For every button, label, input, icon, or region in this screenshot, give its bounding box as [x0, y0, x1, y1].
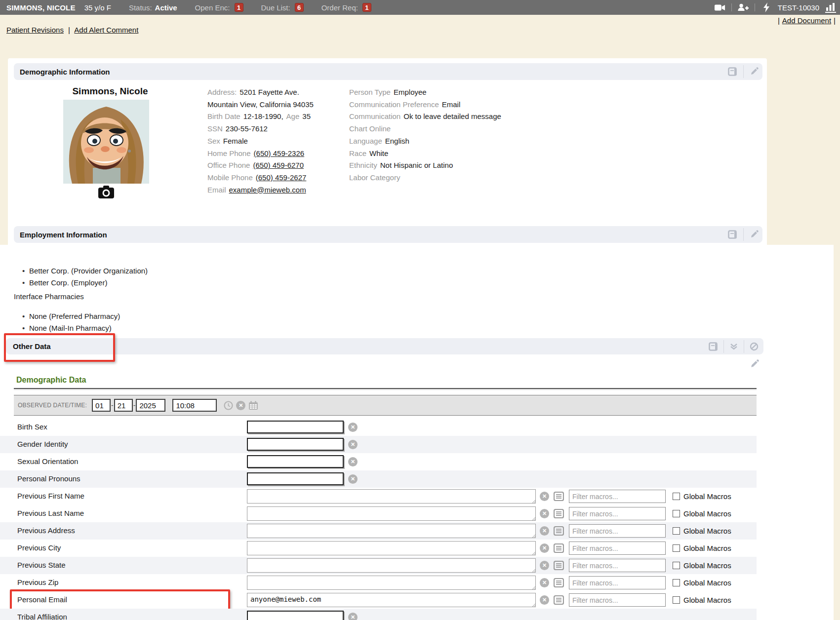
info-label: Ethnicity: [349, 161, 377, 169]
info-label: Mobile Phone: [207, 173, 253, 182]
info-label: Chart Online: [349, 124, 391, 133]
field-textarea[interactable]: [247, 506, 536, 521]
field-textarea[interactable]: [247, 576, 536, 590]
info-row: SSN230-55-7612: [207, 123, 314, 135]
field-input[interactable]: [247, 611, 344, 620]
field-input[interactable]: [247, 472, 344, 485]
journal-icon[interactable]: [727, 66, 738, 77]
field-input[interactable]: [247, 438, 344, 451]
filter-macros-input[interactable]: [569, 507, 666, 520]
clear-field-icon[interactable]: ✕: [348, 457, 358, 466]
observed-time-input[interactable]: [172, 399, 217, 412]
macro-list-icon[interactable]: [553, 526, 564, 537]
demographic-info-section-header: Demographic Information: [14, 63, 762, 80]
clear-field-icon[interactable]: ✕: [348, 474, 358, 484]
patient-header-bar: SIMMONS, NICOLE 35 y/o F Status: Active …: [0, 0, 840, 15]
global-macros-checkbox[interactable]: [673, 544, 680, 552]
counter-badge[interactable]: 1: [362, 3, 371, 12]
add-document-link[interactable]: Add Document: [782, 16, 831, 25]
flowsheet-chart-icon[interactable]: [825, 2, 836, 13]
field-input[interactable]: [247, 455, 344, 468]
macro-list-icon[interactable]: [553, 560, 564, 571]
global-macros-label: Global Macros: [683, 579, 731, 587]
field-input[interactable]: [247, 421, 344, 433]
macro-list-icon[interactable]: [553, 595, 564, 606]
video-call-icon[interactable]: [715, 2, 725, 13]
form-row: Birth Sex ✕: [0, 419, 757, 436]
global-macros-option: Global Macros: [673, 579, 731, 587]
journal-icon[interactable]: [708, 341, 719, 352]
filter-macros-input[interactable]: [569, 576, 666, 589]
form-row: Personal Pronouns ✕: [0, 470, 757, 488]
global-macros-option: Global Macros: [673, 492, 731, 501]
collapse-section-icon[interactable]: [728, 341, 739, 352]
macro-list-icon[interactable]: [553, 578, 564, 588]
field-textarea[interactable]: [247, 541, 536, 555]
form-row: Personal Email anyone@mieweb.com ✕ Globa…: [0, 591, 757, 609]
clock-icon[interactable]: [223, 400, 234, 411]
field-textarea[interactable]: [247, 558, 536, 573]
info-value: (650) 459-2627: [256, 173, 307, 182]
filter-macros-input[interactable]: [569, 490, 666, 503]
calendar-icon[interactable]: [248, 400, 259, 411]
clear-field-icon[interactable]: ✕: [540, 509, 549, 518]
counter-badge[interactable]: 6: [295, 3, 304, 12]
filter-macros-input[interactable]: [569, 524, 666, 538]
upload-photo-camera-icon[interactable]: [98, 186, 114, 198]
observed-month-input[interactable]: [92, 399, 111, 412]
clear-field-icon[interactable]: ✕: [540, 526, 549, 536]
field-label: Personal Pronouns: [17, 474, 80, 483]
filter-macros-input[interactable]: [569, 542, 666, 555]
edit-pencil-icon[interactable]: [749, 229, 760, 240]
status-label: Status:: [129, 3, 152, 12]
filter-macros-input[interactable]: [569, 559, 666, 572]
clear-field-icon[interactable]: ✕: [540, 578, 549, 587]
info-row: CommunicationOk to leave detailed messag…: [349, 111, 501, 123]
journal-icon[interactable]: [727, 229, 738, 240]
global-macros-checkbox[interactable]: [673, 596, 680, 604]
clear-field-icon[interactable]: ✕: [540, 595, 549, 605]
other-data-region: Better Corp. (Provider Organization)Bett…: [0, 245, 840, 620]
divider: [744, 340, 744, 353]
filter-macros-input[interactable]: [569, 593, 666, 607]
edit-pencil-icon[interactable]: [749, 358, 760, 369]
clear-datetime-icon[interactable]: ✕: [236, 401, 245, 410]
clear-field-icon[interactable]: ✕: [348, 440, 358, 449]
add-alert-comment-link[interactable]: Add Alert Comment: [74, 26, 138, 34]
field-textarea[interactable]: [247, 489, 536, 504]
demographic-column-2: Person TypeEmployee Communication Prefer…: [349, 86, 501, 184]
section-title: Other Data: [13, 342, 51, 350]
global-macros-label: Global Macros: [683, 596, 731, 604]
clear-field-icon[interactable]: ✕: [540, 543, 549, 553]
info-label: Birth Date: [207, 112, 240, 120]
form-row: Previous Address ✕ Global Macros: [0, 522, 757, 540]
counter-badge[interactable]: 1: [235, 3, 243, 12]
interface-pharmacies-heading: Interface Pharmacies: [14, 292, 84, 301]
disable-section-icon[interactable]: [749, 341, 760, 352]
lightning-icon[interactable]: [761, 2, 772, 13]
field-textarea[interactable]: anyone@mieweb.com: [247, 593, 536, 607]
macro-list-icon[interactable]: [553, 543, 564, 554]
observed-year-input[interactable]: [136, 399, 165, 412]
divider: [723, 340, 724, 353]
edit-pencil-icon[interactable]: [749, 66, 760, 77]
form-row: Sexual Orientation ✕: [0, 453, 757, 470]
global-macros-checkbox[interactable]: [673, 562, 680, 569]
macro-list-icon[interactable]: [553, 491, 564, 502]
global-macros-checkbox[interactable]: [673, 493, 680, 500]
clear-field-icon[interactable]: ✕: [540, 492, 549, 501]
macro-list-icon[interactable]: [553, 508, 564, 519]
observed-day-input[interactable]: [114, 399, 133, 412]
global-macros-checkbox[interactable]: [673, 579, 680, 586]
patient-photo: [63, 100, 149, 184]
employment-info-section-header: Employment Information: [14, 226, 762, 243]
add-person-icon[interactable]: [738, 2, 749, 13]
field-textarea[interactable]: [247, 524, 536, 538]
global-macros-checkbox[interactable]: [673, 510, 680, 517]
patient-revisions-link[interactable]: Patient Revisions: [6, 26, 64, 34]
clear-field-icon[interactable]: ✕: [348, 613, 358, 620]
clear-field-icon[interactable]: ✕: [348, 423, 358, 432]
form-row: Tribal Affiliation ✕: [0, 609, 757, 620]
global-macros-checkbox[interactable]: [673, 527, 680, 535]
clear-field-icon[interactable]: ✕: [540, 561, 549, 570]
